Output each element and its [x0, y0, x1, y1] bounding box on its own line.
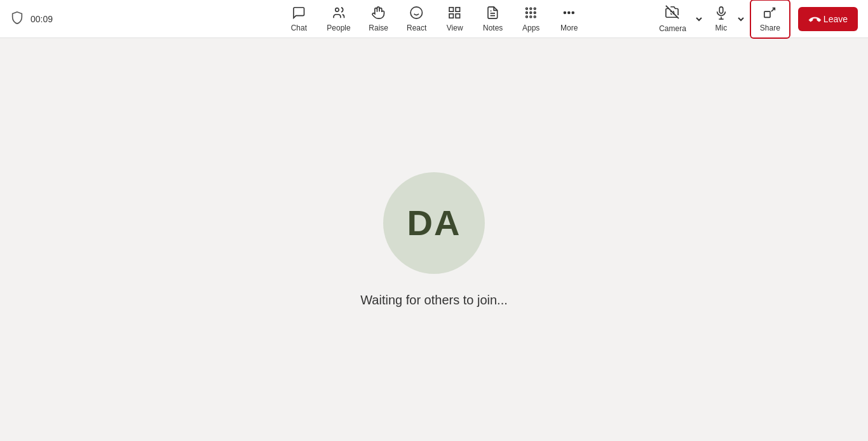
more-icon	[562, 6, 576, 22]
react-icon	[410, 6, 424, 22]
avatar: DA	[383, 172, 485, 274]
apps-label: Apps	[522, 24, 539, 32]
chat-button[interactable]: Chat	[280, 1, 318, 37]
leave-label: Leave	[824, 14, 848, 24]
camera-group: Camera	[653, 0, 705, 38]
topbar-left: 00:09	[10, 11, 53, 27]
raise-label: Raise	[369, 24, 388, 32]
svg-point-19	[564, 11, 566, 13]
avatar-initials: DA	[407, 202, 461, 243]
call-timer: 00:09	[31, 14, 53, 24]
mic-button[interactable]: Mic	[708, 1, 735, 37]
mic-icon	[714, 6, 728, 22]
raise-icon	[372, 6, 386, 22]
svg-point-13	[526, 11, 528, 13]
svg-point-0	[336, 8, 339, 11]
people-icon	[332, 6, 346, 22]
svg-rect-24	[719, 6, 723, 13]
view-icon	[448, 6, 462, 22]
apps-icon	[524, 6, 538, 22]
topbar-nav: Chat People	[280, 1, 588, 37]
mic-label: Mic	[715, 24, 727, 32]
raise-button[interactable]: Raise	[360, 1, 398, 37]
svg-point-18	[534, 16, 536, 18]
svg-point-11	[530, 8, 532, 10]
svg-point-20	[568, 11, 570, 13]
svg-rect-7	[456, 13, 460, 17]
people-label: People	[327, 24, 350, 32]
svg-rect-4	[449, 7, 453, 11]
shield-icon	[10, 11, 24, 27]
react-label: React	[407, 24, 426, 32]
svg-point-1	[411, 6, 423, 18]
more-button[interactable]: More	[550, 1, 588, 37]
mic-group: Mic	[708, 1, 747, 37]
notes-label: Notes	[483, 24, 503, 32]
svg-point-12	[530, 16, 532, 18]
waiting-text: Waiting for others to join...	[360, 293, 508, 308]
svg-point-14	[534, 11, 536, 13]
react-button[interactable]: React	[398, 1, 436, 37]
share-icon	[763, 6, 777, 22]
camera-label: Camera	[659, 24, 686, 33]
main-content: DA Waiting for others to join...	[0, 38, 868, 441]
share-button[interactable]: Share	[750, 0, 790, 39]
notes-button[interactable]: Notes	[474, 1, 512, 37]
svg-point-17	[526, 16, 528, 18]
svg-point-21	[573, 11, 574, 13]
svg-rect-5	[456, 7, 460, 11]
view-button[interactable]: View	[436, 1, 474, 37]
topbar-controls: Camera Mic	[653, 0, 858, 39]
topbar: 00:09 Chat People	[0, 0, 868, 38]
view-label: View	[447, 24, 463, 32]
svg-rect-28	[764, 11, 770, 17]
svg-point-10	[530, 11, 532, 13]
svg-rect-6	[449, 13, 453, 17]
chat-icon	[292, 6, 306, 22]
notes-icon	[486, 6, 500, 22]
svg-point-16	[534, 8, 536, 10]
svg-point-15	[526, 8, 528, 10]
chat-label: Chat	[291, 24, 307, 32]
share-label: Share	[760, 24, 780, 32]
apps-button[interactable]: Apps	[512, 1, 550, 37]
svg-line-22	[666, 5, 679, 18]
leave-button[interactable]: Leave	[798, 7, 858, 31]
camera-off-icon	[665, 5, 680, 22]
mic-chevron-button[interactable]	[735, 5, 747, 33]
more-label: More	[560, 24, 578, 32]
camera-chevron-button[interactable]	[693, 5, 705, 33]
phone-icon	[805, 10, 823, 27]
people-button[interactable]: People	[318, 1, 359, 37]
camera-button[interactable]: Camera	[653, 0, 693, 38]
